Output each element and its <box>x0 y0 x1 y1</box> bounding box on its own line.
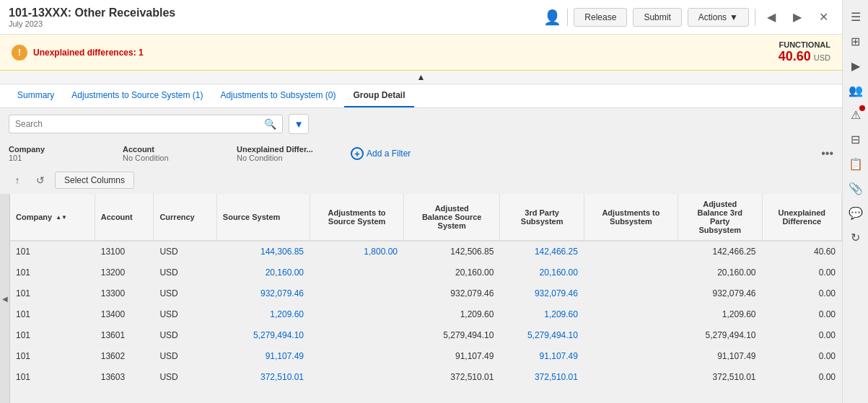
collapse-bar[interactable]: ▲ <box>0 71 842 84</box>
table-cell[interactable]: 1,209.60 <box>500 304 584 325</box>
table-cell[interactable]: 20,160.00 <box>216 262 310 283</box>
table-cell: USD <box>154 346 216 367</box>
table-area: ◀ Company ▲▼ Account Currency Source Sys… <box>0 194 842 403</box>
chat-icon[interactable]: 💬 <box>845 202 867 223</box>
table-cell: 372,510.01 <box>678 367 762 388</box>
filter-icon: ▼ <box>294 119 303 130</box>
col-adj-balance-source: AdjustedBalance SourceSystem <box>404 194 500 241</box>
table-row: 10113400USD1,209.601,209.601,209.601,209… <box>10 304 842 325</box>
actions-button[interactable]: Actions ▼ <box>688 8 749 27</box>
left-expand-handle[interactable]: ◀ <box>0 194 10 403</box>
table-cell[interactable]: 5,279,494.10 <box>500 325 584 346</box>
table-cell: 91,107.49 <box>678 346 762 367</box>
header-divider-1 <box>567 9 568 26</box>
data-table-container: Company ▲▼ Account Currency Source Syste… <box>10 194 842 403</box>
add-filter-button[interactable]: + Add a Filter <box>351 147 411 160</box>
col-source-system: Source System <box>216 194 310 241</box>
arrow-icon[interactable]: ▶ <box>845 55 867 76</box>
table-cell: USD <box>154 241 216 262</box>
table-row: 10113200USD20,160.0020,160.0020,160.0020… <box>10 262 842 283</box>
warning-icon: ! <box>12 45 27 61</box>
filter-button[interactable]: ▼ <box>289 114 309 134</box>
tab-group-detail[interactable]: Group Detail <box>344 84 413 107</box>
header-divider-2 <box>755 9 755 26</box>
users-icon[interactable]: 👥 <box>845 79 867 101</box>
table-cell: 932,079.46 <box>678 283 762 304</box>
table-cell: 13603 <box>95 367 154 388</box>
table-cell: 142,506.85 <box>404 241 500 262</box>
tab-summary[interactable]: Summary <box>9 84 63 107</box>
more-options-button[interactable]: ••• <box>821 147 833 160</box>
table-cell: 372,510.01 <box>404 367 500 388</box>
alert-right: FUNCTIONAL 40.60 USD <box>779 40 830 64</box>
col-adj-subsystem: Adjustments toSubsystem <box>584 194 678 241</box>
sort-icon-company[interactable]: ▲▼ <box>56 215 67 221</box>
table-cell: 13400 <box>95 304 154 325</box>
add-filter-icon: + <box>351 147 364 160</box>
select-columns-button[interactable]: Select Columns <box>55 172 134 189</box>
col-currency: Currency <box>154 194 216 241</box>
submit-button[interactable]: Submit <box>633 8 681 27</box>
list-icon[interactable]: ☰ <box>845 6 867 27</box>
report-icon[interactable]: 📋 <box>845 153 867 174</box>
table-row: 10113603USD372,510.01372,510.01372,510.0… <box>10 367 842 388</box>
close-button[interactable]: ✕ <box>813 7 833 27</box>
table-cell[interactable]: 372,510.01 <box>216 367 310 388</box>
table-cell[interactable]: 91,107.49 <box>216 346 310 367</box>
table-cell[interactable]: 20,160.00 <box>500 262 584 283</box>
table-cell: 20,160.00 <box>404 262 500 283</box>
alert-icon[interactable]: ⚠ <box>845 104 867 125</box>
table-cell <box>584 367 678 388</box>
search-input[interactable] <box>15 119 264 129</box>
table-cell[interactable]: 91,107.49 <box>500 346 584 367</box>
page-subtitle: July 2023 <box>9 19 175 28</box>
page-header: 101-13XXX: Other Receivables July 2023 👤… <box>0 0 842 35</box>
table-cell: 20,160.00 <box>678 262 762 283</box>
table-body: 10113100USD144,306.851,800.00142,506.851… <box>10 241 842 388</box>
table-cell <box>584 283 678 304</box>
alert-message: Unexplained differences: 1 <box>33 48 144 58</box>
table-cell <box>584 325 678 346</box>
export-button[interactable]: ↑ <box>9 172 26 189</box>
refresh-icon[interactable]: ↻ <box>845 226 867 248</box>
table-cell <box>310 346 404 367</box>
table-cell <box>584 241 678 262</box>
table-cell <box>310 367 404 388</box>
search-icon: 🔍 <box>264 118 276 130</box>
user-icon: 👤 <box>543 9 561 26</box>
grid-settings-icon[interactable]: ⊟ <box>845 128 867 150</box>
table-cell <box>310 283 404 304</box>
table-cell: 1,209.60 <box>678 304 762 325</box>
table-cell: USD <box>154 262 216 283</box>
table-cell: 13200 <box>95 262 154 283</box>
clip-icon[interactable]: 📎 <box>845 177 867 199</box>
table-cell[interactable]: 142,466.25 <box>500 241 584 262</box>
table-cell[interactable]: 144,306.85 <box>216 241 310 262</box>
table-cell <box>310 325 404 346</box>
table-cell: 101 <box>10 325 95 346</box>
table-cell[interactable]: 1,209.60 <box>216 304 310 325</box>
tab-adj-subsystem[interactable]: Adjustments to Subsystem (0) <box>211 84 344 107</box>
prev-button[interactable]: ◀ <box>761 7 781 27</box>
table-cell[interactable]: 372,510.01 <box>500 367 584 388</box>
table-cell <box>310 262 404 283</box>
reset-button[interactable]: ↺ <box>32 172 49 189</box>
right-sidebar: ☰⊞▶👥⚠⊟📋📎💬↻ <box>842 0 868 403</box>
table-cell: 101 <box>10 304 95 325</box>
table-cell: 142,466.25 <box>678 241 762 262</box>
search-toolbar: 🔍 ▼ <box>0 108 842 141</box>
table-cell[interactable]: 932,079.46 <box>216 283 310 304</box>
table-cell[interactable]: 932,079.46 <box>500 283 584 304</box>
table-cell: 5,279,494.10 <box>404 325 500 346</box>
next-button[interactable]: ▶ <box>787 7 807 27</box>
table-cell[interactable]: 1,800.00 <box>310 241 404 262</box>
release-button[interactable]: Release <box>574 8 627 27</box>
alert-banner: ! Unexplained differences: 1 FUNCTIONAL … <box>0 35 842 71</box>
table-cell: 0.00 <box>762 346 841 367</box>
table-cell <box>584 346 678 367</box>
table-row: 10113602USD91,107.4991,107.4991,107.4991… <box>10 346 842 367</box>
tab-adj-source[interactable]: Adjustments to Source System (1) <box>63 84 211 107</box>
table-cell: USD <box>154 367 216 388</box>
table-cell[interactable]: 5,279,494.10 <box>216 325 310 346</box>
table-icon[interactable]: ⊞ <box>845 30 867 52</box>
